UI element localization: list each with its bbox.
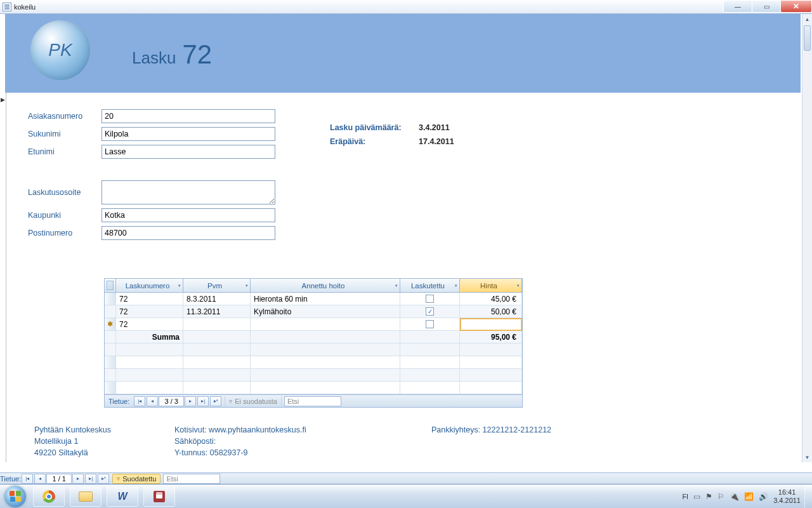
column-header-hoito[interactable]: Annettu hoito▾ <box>251 279 400 293</box>
windows-taskbar: W FI ▭ ⚑ ⚐ 🔌 📶 🔊 16:41 3.4.2011 <box>0 484 812 508</box>
label-billing-address: Laskutusosoite <box>28 188 102 197</box>
column-header-pvm[interactable]: Pvm▾ <box>183 279 251 293</box>
cell-laskunumero[interactable]: 72 <box>116 318 183 331</box>
cell-laskunumero[interactable]: 72 <box>116 293 183 305</box>
main-search-input[interactable] <box>163 474 220 484</box>
cell-hinta[interactable]: 45,00 € <box>460 293 522 305</box>
cell-laskutettu[interactable] <box>400 318 460 331</box>
scroll-thumb[interactable] <box>804 25 811 51</box>
row-selector[interactable]: ✱ <box>105 318 116 331</box>
form-content: PK Lasku 72 ▶ Asiakasnumero Sukunimi Etu… <box>0 14 812 472</box>
window-close-button[interactable]: ✕ <box>780 0 812 13</box>
cell-hoito[interactable]: Kylmähoito <box>251 305 400 318</box>
row-selector[interactable] <box>105 293 116 305</box>
window-minimize-button[interactable]: — <box>723 0 752 13</box>
column-header-laskutettu[interactable]: Laskutettu▾ <box>400 279 460 293</box>
action-center-icon[interactable]: ⚑ <box>705 492 712 501</box>
window-maximize-button[interactable]: ▭ <box>752 0 781 13</box>
lastname-field[interactable] <box>102 127 275 141</box>
website-link[interactable]: www.pyhtaankuntokeskus.fi <box>209 425 306 434</box>
label-firstname: Etunimi <box>28 147 102 156</box>
chevron-down-icon[interactable]: ▾ <box>517 283 520 288</box>
cell-hoito[interactable] <box>251 318 400 331</box>
company-email: Sähköposti: <box>174 437 306 446</box>
main-nav-last-button[interactable]: ▸| <box>85 474 96 484</box>
row-selector[interactable] <box>105 305 116 318</box>
nav-next-button[interactable]: ▸ <box>185 396 196 406</box>
taskbar-item-word[interactable]: W <box>107 486 138 507</box>
cell-hoito[interactable]: Hieronta 60 min <box>251 293 400 305</box>
firstname-field[interactable] <box>102 145 275 159</box>
language-indicator[interactable]: FI <box>682 493 688 500</box>
cell-hinta[interactable]: 50,00 € <box>460 305 522 318</box>
label-due-date: Eräpäivä: <box>330 137 419 146</box>
subform-search-input[interactable] <box>284 396 341 406</box>
record-selector[interactable]: ▶ <box>0 93 6 462</box>
table-sum-row: Summa95,00 € <box>105 331 522 344</box>
company-street: Motellikuja 1 <box>34 437 111 446</box>
chevron-down-icon[interactable]: ▾ <box>455 283 457 288</box>
table-row-empty <box>105 369 522 382</box>
show-desktop-button[interactable] <box>804 485 812 509</box>
main-nav-new-button[interactable]: ▸* <box>98 474 109 484</box>
value-due-date: 17.4.2011 <box>419 137 454 146</box>
volume-icon[interactable]: 🔊 <box>759 492 768 501</box>
nav-prev-button[interactable]: ◂ <box>147 396 158 406</box>
header-banner: PK Lasku 72 <box>5 14 801 93</box>
cell-hinta[interactable] <box>460 318 522 331</box>
taskbar-clock[interactable]: 16:41 3.4.2011 <box>773 488 801 504</box>
main-nav-first-button[interactable]: |◂ <box>22 474 33 484</box>
cell-pvm[interactable]: 11.3.2011 <box>183 305 251 318</box>
page-title: Lasku 72 <box>132 39 212 70</box>
main-filter-toggle[interactable]: ▿Suodatettu <box>112 474 160 484</box>
nav-last-button[interactable]: ▸| <box>197 396 209 406</box>
table-row[interactable]: ✱72 <box>105 318 522 331</box>
vertical-scrollbar[interactable]: ▲ ▼ <box>802 14 812 462</box>
form-icon <box>3 3 11 11</box>
checkbox[interactable] <box>426 320 434 328</box>
cell-laskunumero[interactable]: 72 <box>116 305 183 318</box>
company-info: Pyhtään Kuntokeskus Motellikuja 1 49220 … <box>34 425 306 457</box>
table-row[interactable]: 7211.3.2011Kylmähoito✓50,00 € <box>105 305 522 318</box>
column-header-hinta[interactable]: Hinta▾ <box>460 279 522 293</box>
start-button[interactable] <box>0 485 30 509</box>
checkbox[interactable]: ✓ <box>426 307 434 316</box>
word-icon: W <box>117 491 127 502</box>
zip-field[interactable] <box>102 226 275 240</box>
company-bizid: Y-tunnus: 0582937-9 <box>174 448 306 457</box>
taskbar-item-access[interactable] <box>143 486 175 507</box>
table-row[interactable]: 728.3.2011Hieronta 60 min45,00 € <box>105 293 522 305</box>
nav-new-button[interactable]: ▸* <box>210 396 221 406</box>
main-nav-next-button[interactable]: ▸ <box>72 474 84 484</box>
select-all-corner[interactable] <box>105 279 116 293</box>
lineitems-datasheet: Laskunumero▾ Pvm▾ Annettu hoito▾ Laskute… <box>104 278 523 408</box>
network-icon[interactable]: 📶 <box>744 492 754 501</box>
main-nav-prev-button[interactable]: ◂ <box>34 474 46 484</box>
checkbox[interactable] <box>426 295 434 303</box>
cell-pvm[interactable]: 8.3.2011 <box>183 293 251 305</box>
scroll-up-icon[interactable]: ▲ <box>802 14 812 24</box>
chevron-down-icon[interactable]: ▾ <box>178 283 181 288</box>
main-nav-position-input[interactable] <box>46 474 72 484</box>
flag-icon[interactable]: ⚐ <box>717 492 724 501</box>
table-row-empty <box>105 344 522 356</box>
label-city: Kaupunki <box>28 211 102 220</box>
chevron-down-icon[interactable]: ▾ <box>246 283 248 288</box>
filter-toggle[interactable]: ▿Ei suodatusta <box>225 396 282 406</box>
scroll-down-icon[interactable]: ▼ <box>802 452 812 462</box>
tray-icon[interactable]: ▭ <box>693 492 700 501</box>
cell-pvm[interactable] <box>183 318 251 331</box>
nav-first-button[interactable]: |◂ <box>134 396 145 406</box>
column-header-laskunumero[interactable]: Laskunumero▾ <box>116 279 183 293</box>
label-zip: Postinumero <box>28 229 102 237</box>
power-icon[interactable]: 🔌 <box>730 492 739 501</box>
taskbar-item-explorer[interactable] <box>70 486 102 507</box>
taskbar-item-chrome[interactable] <box>33 486 65 507</box>
cell-laskutettu[interactable]: ✓ <box>400 305 460 318</box>
billing-address-field[interactable] <box>102 180 275 204</box>
customer-number-field[interactable] <box>102 109 275 123</box>
cell-laskutettu[interactable] <box>400 293 460 305</box>
chevron-down-icon[interactable]: ▾ <box>395 283 398 288</box>
city-field[interactable] <box>102 208 275 222</box>
nav-position-input[interactable] <box>159 396 184 406</box>
